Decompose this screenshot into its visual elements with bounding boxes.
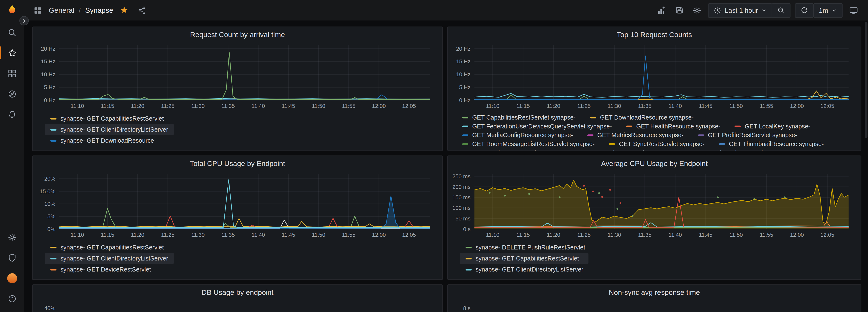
svg-text:12:00: 12:00 [790,232,804,238]
time-range-controls: Last 1 hour [708,3,790,18]
panel-header[interactable]: DB Usage by endpoint [33,285,442,299]
dashboard-grid: Request Count by arrival time 0 Hz5 Hz10… [24,21,865,312]
time-series-chart[interactable]: 40% [34,299,438,312]
svg-text:11:45: 11:45 [282,103,295,109]
time-series-chart[interactable]: 0 s50 ms100 ms150 ms200 ms250 ms11:1011:… [449,170,857,240]
legend-item[interactable]: synapse- GET DownloadResource [45,135,173,146]
legend-item[interactable]: GET RoomMessageListRestServlet synapse- [462,139,595,148]
breadcrumb-folder[interactable]: General [49,6,74,14]
time-series-chart[interactable]: 0%5%10%15.0%20%11:1011:1511:2011:2511:30… [34,170,438,240]
user-avatar [6,272,18,283]
series-label: synapse- GET ClientDirectoryListServer [475,266,583,273]
legend-item[interactable]: GET LocalKey synapse- [735,122,810,131]
panel-title: Top 10 Request Counts [617,30,692,38]
svg-text:50 ms: 50 ms [456,215,470,222]
dashboard-settings-button[interactable] [690,4,704,17]
time-range-picker[interactable]: Last 1 hour [708,3,772,18]
legend-item[interactable]: GET DownloadResource synapse- [590,113,693,122]
series-label: synapse- GET DeviceRestServlet [60,266,151,273]
sidebar-item-help[interactable]: ? [0,288,24,309]
legend-item[interactable]: GET MetricsResource synapse- [587,131,684,139]
panel-non-sync-avg-response-time: Non-sync avg response time 8 s [447,284,862,312]
breadcrumb-separator: / [79,6,81,14]
svg-text:11:10: 11:10 [70,232,84,238]
svg-text:11:45: 11:45 [282,232,295,238]
sidebar-item-explore[interactable] [0,84,24,104]
panel-header[interactable]: Average CPU Usage by Endpoint [448,156,861,170]
svg-text:11:20: 11:20 [131,232,144,238]
svg-text:5 Hz: 5 Hz [44,84,56,91]
svg-text:0 s: 0 s [463,226,471,232]
legend-item[interactable]: GET SyncRestServlet synapse- [609,139,705,148]
time-range-label: Last 1 hour [725,6,758,14]
add-panel-button[interactable] [655,4,669,17]
legend-item[interactable]: synapse- GET ClientDirectoryListServer [45,253,174,264]
legend-item[interactable]: synapse- GET CapabilitiesRestServlet [460,253,588,264]
svg-text:11:35: 11:35 [638,232,651,238]
time-series-chart[interactable]: 8 s [449,299,857,312]
svg-text:11:20: 11:20 [547,103,560,109]
legend-item[interactable]: synapse- GET ClientDirectoryListServer [45,124,174,135]
svg-text:20 Hz: 20 Hz [41,45,55,52]
favorite-star-button[interactable] [118,4,131,17]
svg-text:0 Hz: 0 Hz [44,97,56,103]
legend-item[interactable]: synapse- GET CapabilitiesRestServlet [45,242,173,253]
legend-item[interactable]: synapse- DELETE PushRuleRestServlet [460,242,591,253]
star-icon [8,48,17,57]
series-label: GET ThumbnailResource synapse- [729,141,824,147]
legend-item[interactable]: GET ProfileRestServlet synapse- [698,131,797,139]
legend-item[interactable]: GET FederationUserDevicesQueryServlet sy… [462,122,612,131]
legend-item[interactable]: GET CapabilitiesRestServlet synapse- [462,113,576,122]
legend-item[interactable]: synapse- GET DeviceRestServlet [45,264,173,275]
svg-text:5 Hz: 5 Hz [459,84,471,91]
side-navigation: ? [0,0,24,312]
panel-title: Non-sync avg response time [609,288,700,296]
legend-item[interactable]: GET WhoamiRestServlet synapse- [690,148,794,150]
svg-text:11:35: 11:35 [221,232,235,238]
svg-text:11:30: 11:30 [608,103,621,109]
grafana-logo[interactable] [5,3,20,18]
expand-sidebar-button[interactable] [19,16,29,25]
refresh-interval-picker[interactable]: 1m [813,3,843,18]
svg-text:11:55: 11:55 [342,232,355,238]
dashboard-title: Synapse [85,6,113,14]
sidebar-item-server-admin[interactable] [0,247,24,268]
page-scrollbar [865,22,867,310]
sidebar-item-search[interactable] [0,22,24,42]
sidebar-item-alerting[interactable] [0,104,24,125]
panel-header[interactable]: Top 10 Request Counts [448,27,861,41]
series-color-swatch [698,134,704,136]
panel-average-cpu-usage-by-endpoint: Average CPU Usage by Endpoint 0 s50 ms10… [447,155,862,280]
zoom-out-time-button[interactable] [772,3,790,18]
svg-text:11:50: 11:50 [312,232,325,238]
legend-item[interactable]: GET VoipRestServlet synapse- [582,148,676,150]
sidebar-item-starred[interactable] [0,42,24,63]
svg-text:15 Hz: 15 Hz [41,58,55,65]
legend-item[interactable]: GET HealthResource synapse- [626,122,720,131]
series-color-swatch [590,116,596,118]
legend-item[interactable]: synapse- GET ClientDirectoryListServer [460,264,589,275]
svg-text:11:30: 11:30 [191,232,205,238]
refresh-dashboard-button[interactable] [795,3,814,18]
time-series-chart[interactable]: 0 Hz5 Hz10 Hz15 Hz20 Hz11:1011:1511:2011… [449,41,857,111]
series-label: synapse- GET ClientDirectoryListServer [60,126,168,133]
series-label: synapse- GET CapabilitiesRestServlet [475,255,579,261]
legend-item[interactable]: synapse- GET CapabilitiesRestServlet [45,113,173,124]
save-dashboard-button[interactable] [673,4,686,17]
legend-item[interactable]: GET VersionsRestServlet synapse- [462,148,567,150]
panel-header[interactable]: Non-sync avg response time [448,285,861,299]
scrollbar-thumb[interactable] [865,22,867,138]
time-series-chart[interactable]: 0 Hz5 Hz10 Hz15 Hz20 Hz11:1011:1511:2011… [34,41,438,111]
panel-header[interactable]: Request Count by arrival time [33,27,442,41]
share-dashboard-button[interactable] [135,4,149,17]
legend-item[interactable]: GET ThumbnailResource synapse- [719,139,824,148]
monitor-icon [849,6,858,14]
sidebar-item-dashboards[interactable] [0,63,24,84]
series-color-swatch [735,125,741,127]
sidebar-item-configuration[interactable] [0,227,24,247]
series-label: GET HealthResource synapse- [636,123,720,129]
legend-item[interactable]: GET MediaConfigResource synapse- [462,131,573,139]
panel-header[interactable]: Total CPU Usage by Endpoint [33,156,442,170]
sidebar-item-profile[interactable] [0,268,24,288]
cycle-view-mode-button[interactable] [847,4,860,17]
